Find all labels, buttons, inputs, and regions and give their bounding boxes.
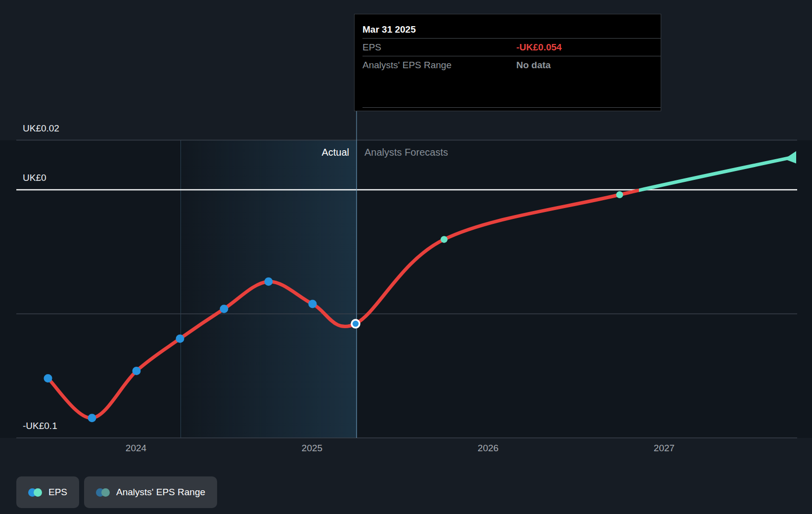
legend-eps-label: EPS [48, 487, 67, 498]
forecast-zone-label: Analysts Forecasts [364, 146, 448, 158]
y-axis-label: -UK£0.1 [23, 421, 57, 431]
data-point[interactable] [616, 191, 623, 198]
tooltip-eps-label: EPS [362, 42, 516, 53]
x-axis-label: 2027 [654, 443, 675, 454]
chart-legend: EPS Analysts' EPS Range [16, 476, 217, 508]
data-point[interactable] [309, 300, 317, 308]
tooltip-row-eps-range: Analysts' EPS Range No data [355, 56, 661, 74]
gridlines [16, 140, 797, 438]
y-axis-label: UK£0.02 [23, 123, 59, 134]
tooltip-row-eps: EPS -UK£0.054 [355, 39, 661, 56]
actual-zone-label: Actual [321, 146, 349, 158]
data-point[interactable] [441, 236, 448, 243]
eps-forecast-chart: 2024202520262027 Actual Analysts Forecas… [0, 0, 812, 514]
chart-tooltip: Mar 31 2025 EPS -UK£0.054 Analysts' EPS … [354, 14, 661, 111]
data-point[interactable] [176, 335, 184, 343]
eps-range-legend-dots-icon [96, 488, 110, 497]
data-points [44, 191, 624, 422]
tooltip-eps-value: -UK£0.054 [516, 42, 562, 53]
teal-dot-icon [34, 488, 42, 497]
data-point[interactable] [88, 414, 96, 422]
legend-item-eps-range[interactable]: Analysts' EPS Range [84, 476, 217, 508]
tooltip-range-label: Analysts' EPS Range [362, 60, 516, 71]
eps-actual-line [48, 158, 791, 418]
tooltip-range-value: No data [516, 60, 551, 71]
data-point[interactable] [133, 367, 141, 375]
data-point[interactable] [220, 305, 228, 313]
legend-eps-range-label: Analysts' EPS Range [116, 487, 205, 498]
x-axis-label: 2025 [302, 443, 322, 454]
eps-forecast-line [48, 158, 791, 418]
data-point[interactable] [265, 277, 273, 286]
eps-legend-dots-icon [28, 488, 42, 497]
y-axis-label: UK£0 [23, 172, 46, 183]
x-axis-label: 2024 [126, 443, 146, 454]
tooltip-date: Mar 31 2025 [355, 14, 661, 38]
x-axis-label: 2026 [478, 443, 498, 454]
highlighted-data-point[interactable] [352, 320, 360, 328]
x-axis-labels: 2024202520262027 [0, 443, 812, 455]
legend-item-eps[interactable]: EPS [16, 476, 79, 508]
tooltip-bottom-divider [362, 107, 661, 108]
muted-teal-dot-icon [101, 488, 110, 497]
data-point[interactable] [44, 374, 52, 383]
